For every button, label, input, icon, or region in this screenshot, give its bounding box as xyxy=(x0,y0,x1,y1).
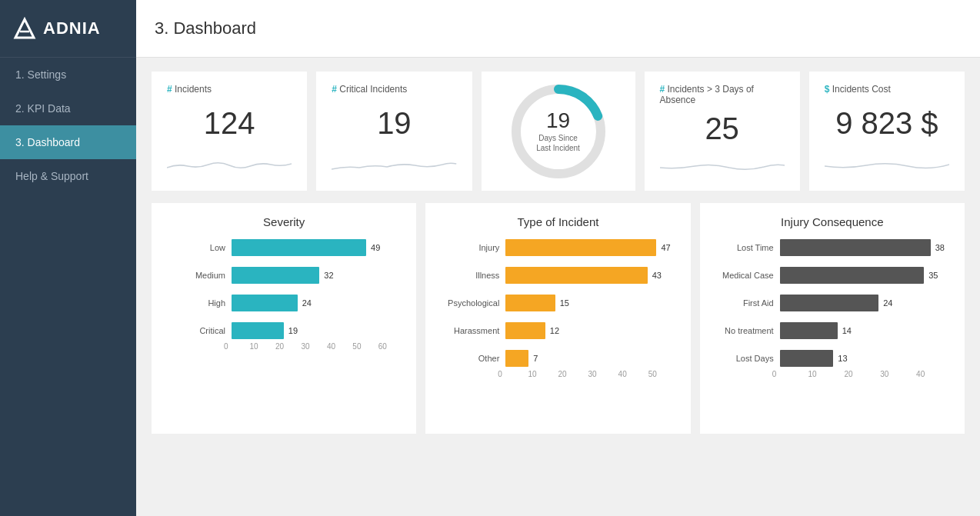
logo: ADNIA xyxy=(0,0,136,58)
bar-value: 38 xyxy=(935,243,945,252)
bar-value: 35 xyxy=(928,271,938,280)
kpi-value: 124 xyxy=(167,101,292,146)
kpi-sparkline xyxy=(167,152,292,183)
axis-tick: 30 xyxy=(880,370,916,378)
kpi-prefix: # xyxy=(332,84,339,95)
bar-value: 13 xyxy=(838,354,847,363)
bar-value: 15 xyxy=(560,298,569,308)
kpi-prefix: # xyxy=(167,84,175,95)
sidebar-nav-item[interactable]: 3. Dashboard xyxy=(0,125,136,159)
chart-title: Severity xyxy=(164,215,404,228)
bar-value: 14 xyxy=(842,326,852,335)
axis-row: 01020304050 xyxy=(498,367,678,378)
bar-fill xyxy=(780,239,931,256)
bar-label: Critical xyxy=(172,326,225,335)
bar-row: Lost Time 38 xyxy=(720,239,945,256)
bar-track: 43 xyxy=(505,267,670,284)
axis-tick: 40 xyxy=(916,370,952,378)
bar-fill xyxy=(505,322,545,339)
bar-row: Harassment 12 xyxy=(445,322,670,339)
bar-value: 24 xyxy=(883,298,892,308)
donut-subtitle: Days SinceLast Incident xyxy=(536,133,580,153)
axis-tick: 60 xyxy=(378,342,404,351)
bar-fill xyxy=(505,239,656,256)
axis-row: 010203040 xyxy=(772,367,952,378)
kpi-sparkline xyxy=(332,152,456,183)
kpi-row: # Incidents 124 # Critical Incidents 19 xyxy=(152,72,965,191)
bar-value: 24 xyxy=(302,298,312,308)
sidebar-nav-item[interactable]: Help & Support xyxy=(0,159,136,193)
bar-track: 7 xyxy=(505,350,670,367)
bar-track: 19 xyxy=(232,322,396,339)
bar-row: Critical 19 xyxy=(172,322,396,339)
kpi-card-cost: $ Incidents Cost 9 823 $ xyxy=(809,72,965,191)
bar-fill xyxy=(232,322,284,339)
bar-fill xyxy=(232,295,298,311)
logo-icon xyxy=(12,16,37,41)
page-title: 3. Dashboard xyxy=(155,18,256,38)
sidebar-nav-item[interactable]: 2. KPI Data xyxy=(0,92,136,125)
bar-fill xyxy=(780,350,834,367)
bar-track: 38 xyxy=(780,239,945,256)
sidebar-nav-item[interactable]: 1. Settings xyxy=(0,58,136,92)
kpi-label: # Incidents > 3 Days of Absence xyxy=(660,84,785,105)
bar-label: High xyxy=(172,298,225,308)
bar-fill xyxy=(232,267,319,284)
bar-value: 32 xyxy=(324,271,333,280)
bar-row: High 24 xyxy=(172,295,396,311)
bar-value: 7 xyxy=(533,354,538,363)
bar-fill xyxy=(232,239,366,256)
axis-tick: 20 xyxy=(558,370,588,378)
kpi-sparkline xyxy=(825,152,949,183)
sidebar: ADNIA 1. Settings2. KPI Data3. Dashboard… xyxy=(0,0,136,516)
donut-value: 19 xyxy=(536,110,580,131)
kpi-value: 19 xyxy=(332,101,456,146)
nav-items: 1. Settings2. KPI Data3. DashboardHelp &… xyxy=(0,58,136,193)
bar-row: Lost Days 13 xyxy=(720,350,945,367)
axis-tick: 50 xyxy=(352,342,378,351)
bar-track: 49 xyxy=(232,239,396,256)
content-area: # Incidents 124 # Critical Incidents 19 xyxy=(136,58,980,516)
sparkline-svg xyxy=(332,152,456,181)
kpi-label: $ Incidents Cost xyxy=(825,84,949,95)
bar-label: Lost Days xyxy=(720,354,774,363)
axis-tick: 50 xyxy=(648,370,678,378)
kpi-value: 9 823 $ xyxy=(825,101,949,146)
kpi-prefix: # xyxy=(660,84,668,95)
bar-label: Low xyxy=(172,243,225,252)
kpi-donut-card: 19 Days SinceLast Incident xyxy=(482,72,635,191)
bar-value: 49 xyxy=(371,243,380,252)
donut-container: 19 Days SinceLast Incident xyxy=(508,82,608,181)
bar-value: 19 xyxy=(288,326,298,335)
bar-row: Psychological 15 xyxy=(445,295,670,311)
chart-title: Injury Consequence xyxy=(712,215,952,228)
bar-track: 15 xyxy=(505,295,670,311)
bar-track: 35 xyxy=(780,267,945,284)
bar-value: 47 xyxy=(661,243,670,252)
bar-fill xyxy=(505,295,555,311)
bar-track: 24 xyxy=(780,295,945,311)
bar-track: 24 xyxy=(232,295,396,311)
axis-tick: 10 xyxy=(808,370,845,378)
bar-row: Illness 43 xyxy=(445,267,670,284)
chart-card-injury_consequence: Injury Consequence Lost Time 38 Medical … xyxy=(700,203,965,434)
axis-tick: 10 xyxy=(528,370,558,378)
bar-label: Injury xyxy=(445,243,499,252)
bar-row: First Aid 24 xyxy=(720,295,945,311)
axis-tick: 40 xyxy=(618,370,648,378)
chart-card-severity: Severity Low 49 Medium 32 High xyxy=(152,203,416,434)
bar-label: Harassment xyxy=(445,326,499,335)
bar-label: Illness xyxy=(445,271,499,280)
logo-text: ADNIA xyxy=(43,18,101,38)
bar-label: Psychological xyxy=(445,298,499,308)
kpi-value: 25 xyxy=(660,112,785,146)
kpi-prefix: $ xyxy=(825,84,832,95)
bar-row: No treatment 14 xyxy=(720,322,945,339)
sparkline-svg xyxy=(660,152,785,181)
axis-row: 0102030405060 xyxy=(224,339,404,351)
bar-value: 12 xyxy=(550,326,559,335)
bar-label: Medium xyxy=(172,271,225,280)
bar-fill xyxy=(780,295,879,311)
charts-row: Severity Low 49 Medium 32 High xyxy=(152,203,965,434)
bar-label: Medical Case xyxy=(720,271,774,280)
